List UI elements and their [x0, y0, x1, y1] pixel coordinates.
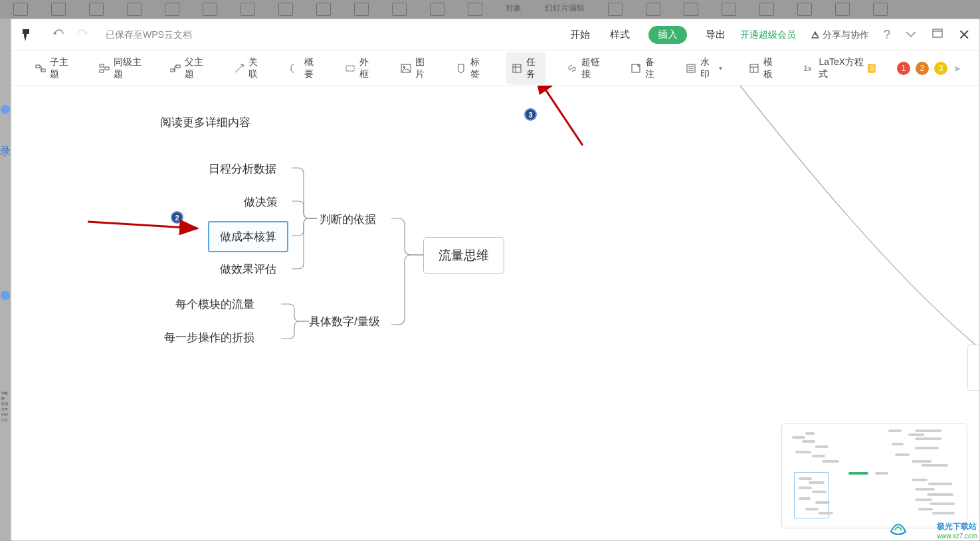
minimize-icon[interactable]: [905, 28, 917, 42]
share-label: 分享与协作: [823, 29, 869, 41]
vip-link[interactable]: 开通超级会员: [740, 29, 796, 41]
node-schedule-data[interactable]: 日程分析数据: [209, 161, 276, 177]
image-icon: [401, 63, 411, 74]
undo-button[interactable]: [51, 29, 64, 42]
node-effect-eval[interactable]: 做效果评估: [220, 262, 276, 277]
summary-icon: [290, 63, 300, 74]
bg-text: 对象: [506, 3, 522, 16]
tbtn-summary[interactable]: 概要: [284, 52, 324, 84]
main-tabs: 开始 样式 插入 导出: [569, 26, 727, 44]
watermark-url: www.xz7.com: [937, 532, 977, 540]
svg-text:Σx: Σx: [804, 65, 811, 72]
node-judge[interactable]: 判断的依据: [320, 212, 376, 227]
svg-rect-0: [933, 29, 942, 37]
red-arrow-3: [530, 86, 596, 152]
format-brush-icon[interactable]: [21, 28, 33, 42]
red-arrow-2: [84, 215, 204, 235]
save-status: 已保存至WPS云文档: [106, 29, 192, 41]
svg-rect-6: [105, 67, 109, 70]
tbtn-image[interactable]: 图片: [395, 52, 435, 84]
left-dimmed-panel: 录 缩略图区域文本内容占位: [0, 19, 11, 541]
tbtn-hyperlink[interactable]: 超链接: [561, 52, 609, 84]
svg-point-11: [403, 66, 405, 68]
maximize-icon[interactable]: [931, 28, 943, 42]
tbtn-note[interactable]: 备注: [625, 52, 664, 84]
redo-button[interactable]: [76, 29, 90, 42]
mindmap-editor-modal: 已保存至WPS云文档 开始 样式 插入 导出 开通超级会员 分享与协作 ? ✕: [11, 19, 980, 541]
tbtn-watermark[interactable]: 水印▾: [680, 52, 728, 84]
tbtn-relation[interactable]: 关联: [229, 52, 268, 84]
svg-rect-5: [100, 70, 104, 72]
tbtn-latex[interactable]: ΣxLaTeX方程式S: [799, 52, 881, 84]
svg-rect-7: [176, 65, 180, 68]
svg-rect-2: [36, 65, 40, 68]
watermark-site: 极光下载站: [937, 522, 977, 531]
left-dot2: [1, 291, 10, 300]
watermark-logo-icon: [888, 520, 908, 537]
s-badge-icon: S: [868, 64, 876, 73]
tab-style[interactable]: 样式: [609, 26, 631, 44]
share-button[interactable]: 分享与协作: [811, 29, 869, 41]
task-icon: [512, 63, 522, 74]
insert-toolbar: 子主题 同级主题 父主题 关联 概要 外框 图片 标签 任务 超链接 备注 水印…: [11, 51, 979, 86]
left-dot: [1, 105, 10, 114]
background-app-toolbar: 对象 幻灯片编辑: [0, 0, 980, 19]
peer-icon: [99, 63, 110, 74]
minimap[interactable]: [781, 424, 967, 528]
node-decision[interactable]: 做决策: [244, 194, 278, 210]
watermark: 极光下载站 www.xz7.com: [937, 521, 977, 540]
right-side-panel-toggle[interactable]: [967, 345, 979, 391]
relation-icon: [234, 63, 245, 74]
bg-text2: 幻灯片编辑: [545, 3, 585, 16]
watermark-icon: [686, 63, 696, 74]
latex-icon: Σx: [804, 63, 815, 74]
hyperlink-icon: [567, 63, 577, 74]
tbtn-tag[interactable]: 标签: [450, 52, 490, 84]
svg-line-26: [536, 86, 583, 145]
svg-rect-9: [346, 66, 354, 71]
caret-down-icon: ▾: [719, 64, 722, 72]
tbtn-template[interactable]: 模板: [743, 52, 783, 84]
node-quant[interactable]: 具体数字/量级: [309, 314, 380, 329]
template-icon: [749, 63, 759, 74]
mindmap-canvas[interactable]: 阅读更多详细内容 流量思维 判断的依据 日程分析数据 做决策 做成本核算 做效果…: [11, 86, 979, 540]
node-cost-accounting[interactable]: 做成本核算: [208, 221, 288, 252]
topbar: 已保存至WPS云文档 开始 样式 插入 导出 开通超级会员 分享与协作 ? ✕: [11, 19, 979, 51]
svg-rect-4: [100, 64, 104, 67]
tbtn-subtopic[interactable]: 子主题: [30, 52, 78, 84]
help-icon[interactable]: ?: [884, 28, 890, 42]
svg-line-25: [88, 222, 197, 228]
tbtn-task[interactable]: 任务: [506, 52, 545, 84]
node-step-loss[interactable]: 每一步操作的折损: [164, 330, 254, 345]
node-root[interactable]: 流量思维: [423, 237, 504, 274]
tag-icon: [456, 63, 466, 74]
node-module-flow[interactable]: 每个模块的流量: [175, 297, 254, 312]
left-thumb-text: 缩略图区域文本内容占位: [1, 390, 9, 422]
background-curve: [700, 86, 979, 364]
badge-2[interactable]: 2: [916, 62, 929, 75]
header-text: 阅读更多详细内容: [160, 115, 250, 130]
tbtn-parent[interactable]: 父主题: [165, 52, 213, 84]
svg-rect-12: [513, 64, 521, 72]
tab-export[interactable]: 导出: [704, 26, 727, 44]
tbtn-peer[interactable]: 同级主题: [94, 52, 149, 84]
subtopic-icon: [35, 63, 46, 74]
tbtn-frame[interactable]: 外框: [340, 52, 379, 84]
left-char: 录: [0, 145, 11, 159]
svg-rect-20: [750, 64, 758, 72]
note-icon: [631, 63, 641, 74]
toolbar-scroll-right-icon[interactable]: ▸: [955, 62, 961, 74]
frame-icon: [345, 63, 355, 74]
close-icon[interactable]: ✕: [958, 27, 970, 44]
parent-icon: [170, 63, 181, 74]
tab-insert[interactable]: 插入: [648, 26, 687, 44]
tab-start[interactable]: 开始: [569, 26, 591, 44]
badge-3[interactable]: 3: [934, 62, 947, 75]
badge-1[interactable]: 1: [897, 62, 910, 75]
